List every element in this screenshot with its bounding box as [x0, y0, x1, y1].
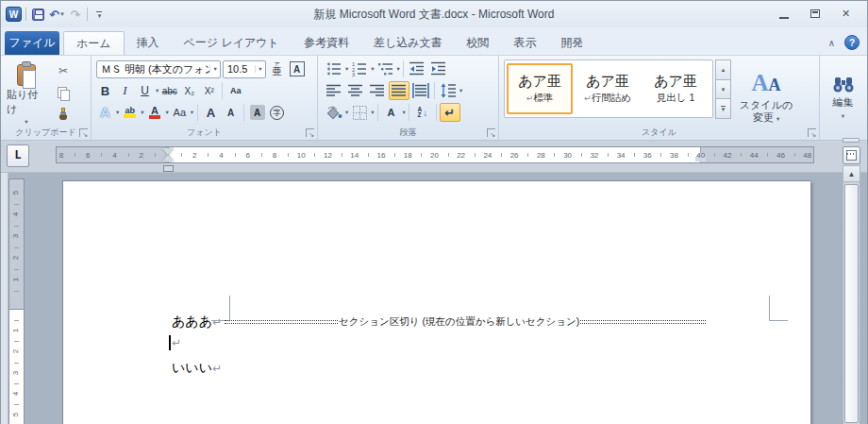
- bullets-button[interactable]: [324, 59, 344, 78]
- text-cursor[interactable]: [169, 335, 171, 350]
- scrollbar-thumb[interactable]: [844, 184, 859, 423]
- vertical-scrollbar[interactable]: ▲: [843, 165, 860, 424]
- styles-scroll-up-button[interactable]: ▲: [715, 59, 731, 80]
- tab-review[interactable]: 校閲: [454, 31, 501, 55]
- styles-dialog-launcher[interactable]: [808, 128, 816, 137]
- subscript-button[interactable]: X₂: [180, 81, 198, 100]
- character-shading-button[interactable]: A: [248, 103, 266, 122]
- numbering-dropdown-arrow[interactable]: ▾: [371, 65, 374, 73]
- align-center-button[interactable]: [345, 81, 366, 100]
- restore-button[interactable]: [805, 6, 825, 22]
- copy-button[interactable]: [54, 83, 73, 102]
- scrollbar-up-button[interactable]: ▲: [843, 166, 860, 182]
- sort-button[interactable]: AZ↓: [412, 103, 433, 122]
- show-formatting-marks-button[interactable]: ↵: [440, 103, 460, 122]
- text-effects-dropdown-arrow[interactable]: ▾: [116, 109, 119, 116]
- increase-indent-button[interactable]: [428, 59, 449, 78]
- superscript-button[interactable]: X²: [200, 81, 218, 100]
- italic-button[interactable]: I: [116, 81, 134, 100]
- format-painter-button[interactable]: [54, 105, 73, 124]
- underline-button[interactable]: U: [136, 81, 154, 100]
- change-case-dropdown-arrow[interactable]: ▾: [191, 109, 193, 116]
- help-button[interactable]: ?: [844, 35, 860, 50]
- text-effects-button[interactable]: A: [96, 103, 114, 122]
- tab-view[interactable]: 表示: [501, 31, 548, 55]
- minimize-button[interactable]: [774, 6, 793, 22]
- paragraph-dialog-launcher[interactable]: [487, 128, 495, 137]
- document-line-1[interactable]: あああ↵: [172, 314, 222, 331]
- styles-scroll-down-button[interactable]: ▼: [715, 79, 731, 100]
- redo-button[interactable]: ↷: [68, 6, 83, 23]
- font-color-dropdown-arrow[interactable]: ▾: [166, 109, 169, 116]
- tab-page-layout[interactable]: ページ レイアウト: [172, 31, 292, 55]
- change-styles-button[interactable]: AA スタイルの変更 ▾: [737, 59, 795, 133]
- styles-more-button[interactable]: ▼: [715, 98, 731, 119]
- multilevel-list-button[interactable]: [376, 59, 396, 78]
- font-dialog-launcher[interactable]: [306, 128, 314, 137]
- clear-formatting-button[interactable]: Aa: [226, 81, 244, 100]
- document-line-2[interactable]: ↵: [172, 335, 181, 350]
- asian-layout-dropdown-arrow[interactable]: ▾: [403, 109, 406, 116]
- highlight-dropdown-arrow[interactable]: ▾: [141, 109, 143, 116]
- line3-text[interactable]: いいい: [172, 361, 212, 375]
- tab-home[interactable]: ホーム: [63, 31, 125, 55]
- strikethrough-button[interactable]: abc: [160, 81, 178, 100]
- multilevel-list-dropdown-arrow[interactable]: ▾: [397, 65, 400, 73]
- phonetic-guide-button[interactable]: ア亜: [268, 59, 286, 78]
- v-ruler[interactable]: 5432112345: [8, 178, 25, 424]
- section-break-line[interactable]: セクション区切り (現在の位置から新しいセクション): [225, 315, 706, 329]
- enclose-characters-button[interactable]: 字: [268, 103, 286, 122]
- change-case-button[interactable]: Aa: [171, 103, 189, 122]
- style-card-no-spacing[interactable]: あア亜 ↵行間詰め: [575, 63, 641, 114]
- bold-button[interactable]: B: [96, 81, 114, 100]
- tab-mailings[interactable]: 差し込み文書: [361, 31, 455, 55]
- shrink-font-button[interactable]: A: [222, 103, 240, 122]
- line-spacing-dropdown-arrow[interactable]: ▾: [459, 87, 462, 94]
- borders-button[interactable]: [349, 103, 370, 122]
- tab-insert[interactable]: 挿入: [125, 31, 172, 55]
- numbering-button[interactable]: 123: [349, 59, 370, 78]
- word-logo-icon[interactable]: W: [6, 7, 22, 22]
- style-card-heading1[interactable]: あア亜 見出し 1: [643, 63, 709, 114]
- document-page[interactable]: あああ↵ セクション区切り (現在の位置から新しいセクション) ↵ いいい↵: [62, 180, 810, 424]
- shading-button[interactable]: [324, 103, 344, 122]
- chevron-down-icon[interactable]: ▾: [209, 65, 220, 73]
- line1-text[interactable]: あああ: [172, 314, 212, 329]
- paste-button[interactable]: 貼り付け ▾: [6, 60, 47, 127]
- h-ruler[interactable]: 8642246810121416182022242628303234363840…: [56, 146, 814, 163]
- save-button[interactable]: [30, 6, 45, 23]
- document-line-3[interactable]: いいい↵: [172, 360, 222, 377]
- align-left-button[interactable]: [324, 81, 344, 100]
- underline-dropdown-arrow[interactable]: ▾: [156, 87, 159, 94]
- tab-stop-selector[interactable]: L: [7, 144, 29, 167]
- customize-qat-button[interactable]: ▾: [92, 6, 107, 23]
- chevron-down-icon[interactable]: ▾: [255, 65, 265, 73]
- asian-layout-button[interactable]: A: [381, 103, 402, 122]
- cut-button[interactable]: ✂: [54, 61, 73, 80]
- line-spacing-button[interactable]: [438, 81, 459, 100]
- close-button[interactable]: ✕: [836, 6, 856, 22]
- font-color-button[interactable]: A: [146, 103, 164, 122]
- font-size-combo[interactable]: 10.5 ▾: [223, 60, 266, 78]
- font-name-combo[interactable]: ＭＳ 明朝 (本文のフォン ▾: [96, 60, 221, 78]
- grow-font-button[interactable]: A: [202, 103, 220, 122]
- shading-dropdown-arrow[interactable]: ▾: [345, 109, 348, 116]
- tab-file[interactable]: ファイル: [5, 31, 59, 55]
- undo-dropdown-arrow[interactable]: ▾: [60, 10, 64, 18]
- highlight-button[interactable]: ab: [121, 103, 139, 122]
- style-card-normal[interactable]: あア亜 ↵標準: [507, 63, 573, 114]
- justify-button[interactable]: [389, 81, 409, 100]
- borders-dropdown-arrow[interactable]: ▾: [371, 109, 374, 116]
- hanging-indent-marker[interactable]: [162, 155, 174, 161]
- editing-menu-button[interactable]: 編集 ▾: [826, 60, 860, 132]
- tab-developer[interactable]: 開発: [548, 31, 595, 55]
- distribute-button[interactable]: [410, 81, 431, 100]
- character-border-button[interactable]: A: [288, 59, 306, 78]
- tab-references[interactable]: 参考資料: [292, 31, 361, 55]
- split-pane-handle[interactable]: [843, 138, 860, 143]
- ruler-toggle-button[interactable]: [843, 146, 860, 164]
- align-right-button[interactable]: [367, 81, 388, 100]
- first-line-indent-marker[interactable]: [162, 148, 174, 155]
- decrease-indent-button[interactable]: [407, 59, 427, 78]
- undo-button[interactable]: ↶▾: [49, 6, 64, 23]
